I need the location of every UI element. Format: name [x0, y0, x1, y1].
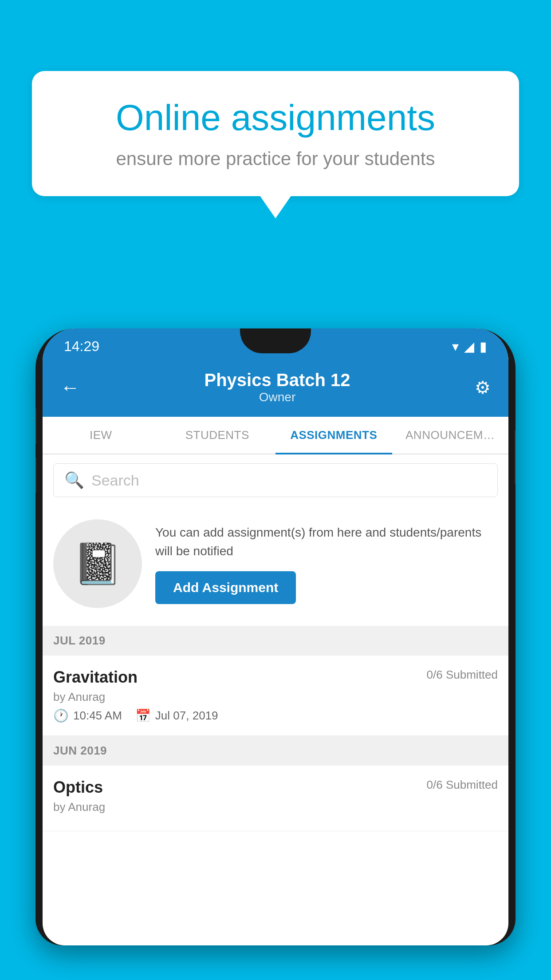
header-subtitle: Owner [204, 390, 350, 404]
promo-text-area: You can add assignment(s) from here and … [155, 523, 498, 604]
volume-down-button [35, 457, 36, 493]
promo-icon-circle: 📓 [53, 519, 142, 608]
assignment-title: Gravitation [53, 668, 138, 687]
phone-notch [240, 328, 311, 353]
assignment-by-optics: by Anurag [53, 800, 498, 814]
search-bar[interactable]: 🔍 Search [53, 463, 498, 497]
search-container: 🔍 Search [43, 454, 508, 506]
status-icons: ▾ ◢ ▮ [452, 339, 487, 354]
signal-icon: ◢ [464, 339, 474, 354]
tab-assignments[interactable]: ASSIGNMENTS [276, 417, 392, 454]
wifi-icon: ▾ [452, 339, 459, 354]
tab-bar: IEW STUDENTS ASSIGNMENTS ANNOUNCEM… [43, 417, 508, 454]
volume-up-button [35, 408, 36, 444]
promo-section: 📓 You can add assignment(s) from here an… [43, 506, 508, 626]
promo-subtitle: ensure more practice for your students [63, 148, 488, 170]
assignment-title-optics: Optics [53, 778, 103, 797]
section-header-jul: JUL 2019 [43, 626, 508, 656]
app-header: ← Physics Batch 12 Owner ⚙ [43, 360, 508, 417]
assignment-by: by Anurag [53, 690, 498, 704]
assignment-item-gravitation[interactable]: Gravitation 0/6 Submitted by Anurag 🕐 10… [43, 656, 508, 736]
promo-card: Online assignments ensure more practice … [32, 71, 519, 218]
speech-bubble-box: Online assignments ensure more practice … [32, 71, 519, 196]
speech-bubble-tail [260, 195, 291, 218]
calendar-icon: 📅 [135, 708, 151, 723]
status-time: 14:29 [64, 338, 99, 355]
section-header-jun: JUN 2019 [43, 736, 508, 766]
phone-wrapper: 14:29 ▾ ◢ ▮ ← Physics Batch 12 Owner ⚙ [35, 328, 516, 980]
tab-announcements[interactable]: ANNOUNCEM… [392, 417, 509, 454]
battery-icon: ▮ [480, 339, 487, 354]
assignment-meta: 🕐 10:45 AM 📅 Jul 07, 2019 [53, 708, 498, 723]
add-assignment-button[interactable]: Add Assignment [155, 571, 296, 604]
notebook-icon: 📓 [73, 541, 122, 587]
assignment-top-row: Gravitation 0/6 Submitted [53, 668, 498, 687]
search-icon: 🔍 [64, 471, 84, 490]
assignment-submitted-optics: 0/6 Submitted [427, 778, 498, 792]
clock-icon: 🕐 [53, 708, 69, 723]
header-title: Physics Batch 12 [204, 370, 350, 390]
tab-iew[interactable]: IEW [43, 417, 159, 454]
back-button[interactable]: ← [60, 376, 80, 399]
settings-icon[interactable]: ⚙ [475, 377, 491, 398]
assignment-item-optics[interactable]: Optics 0/6 Submitted by Anurag [43, 766, 508, 831]
assignment-submitted: 0/6 Submitted [427, 668, 498, 682]
assignment-date: 📅 Jul 07, 2019 [135, 708, 218, 723]
tab-students[interactable]: STUDENTS [159, 417, 276, 454]
assignment-time: 🕐 10:45 AM [53, 708, 122, 723]
phone-screen: 14:29 ▾ ◢ ▮ ← Physics Batch 12 Owner ⚙ [43, 328, 508, 945]
power-button [515, 431, 516, 484]
search-placeholder: Search [91, 472, 139, 489]
assignment-time-value: 10:45 AM [73, 709, 122, 723]
phone-frame: 14:29 ▾ ◢ ▮ ← Physics Batch 12 Owner ⚙ [35, 328, 516, 945]
assignment-top-row-optics: Optics 0/6 Submitted [53, 778, 498, 797]
header-center: Physics Batch 12 Owner [204, 370, 350, 404]
promo-description: You can add assignment(s) from here and … [155, 523, 498, 561]
assignment-date-value: Jul 07, 2019 [155, 709, 218, 723]
promo-title: Online assignments [63, 98, 488, 138]
